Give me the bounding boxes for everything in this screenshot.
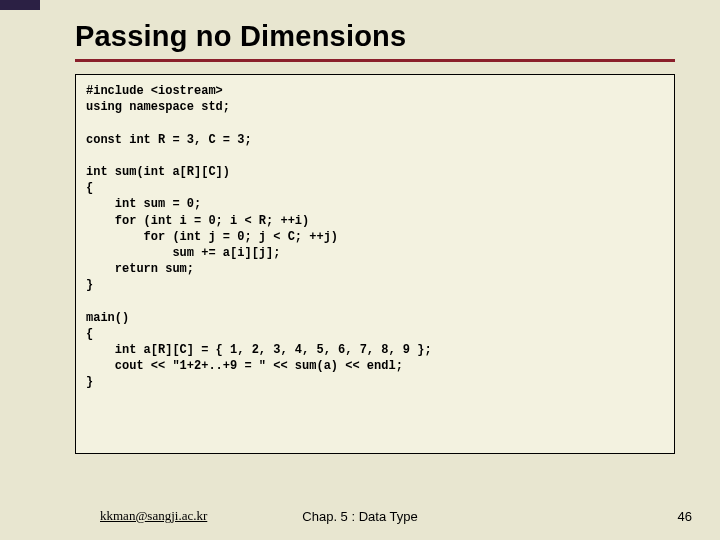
footer-chapter: Chap. 5 : Data Type bbox=[302, 509, 417, 524]
slide-content: Passing no Dimensions #include <iostream… bbox=[75, 20, 675, 454]
slide-title: Passing no Dimensions bbox=[75, 20, 675, 62]
code-block: #include <iostream> using namespace std;… bbox=[75, 74, 675, 454]
footer-page-number: 46 bbox=[678, 509, 692, 524]
corner-mark bbox=[0, 0, 40, 10]
footer-email: kkman@sangji.ac.kr bbox=[100, 508, 207, 524]
slide-footer: kkman@sangji.ac.kr Chap. 5 : Data Type 4… bbox=[0, 508, 720, 524]
